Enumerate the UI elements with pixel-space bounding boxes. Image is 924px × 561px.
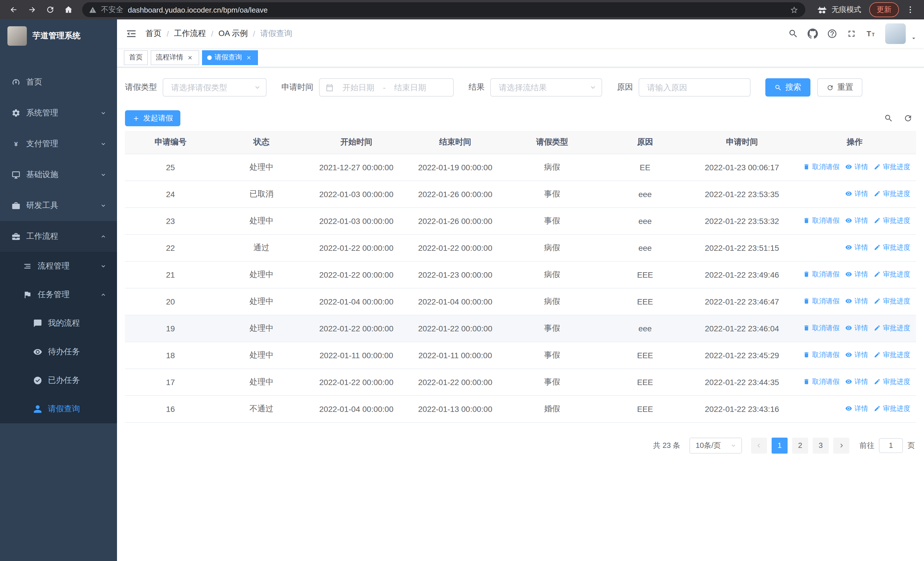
- approval-progress-link[interactable]: 审批进度: [874, 377, 910, 387]
- tab-process-detail[interactable]: 流程详情: [151, 50, 199, 65]
- page-button-1[interactable]: 1: [772, 437, 788, 453]
- sidebar-item-todo-tasks[interactable]: 待办任务: [0, 338, 117, 366]
- cancel-leave-link[interactable]: 取消请假: [803, 216, 840, 226]
- approval-progress-link[interactable]: 审批进度: [874, 350, 910, 360]
- font-size-button[interactable]: TT: [866, 29, 876, 39]
- approval-progress-link[interactable]: 审批进度: [874, 404, 910, 414]
- help-button[interactable]: [827, 29, 837, 39]
- detail-link[interactable]: 详情: [845, 216, 868, 226]
- approval-progress-link[interactable]: 审批进度: [874, 243, 910, 253]
- address-bar[interactable]: 不安全 dashboard.yudao.iocoder.cn/bpm/oa/le…: [82, 2, 805, 17]
- goto-suffix: 页: [908, 440, 915, 450]
- close-icon[interactable]: [186, 53, 194, 62]
- reason-input[interactable]: [646, 82, 743, 93]
- sidebar-toggle-button[interactable]: [117, 20, 146, 48]
- cancel-leave-link[interactable]: 取消请假: [803, 377, 840, 387]
- back-button[interactable]: [6, 2, 22, 17]
- user-avatar[interactable]: [885, 23, 906, 44]
- app-logo[interactable]: 芋道管理系统: [0, 20, 117, 52]
- detail-link[interactable]: 详情: [845, 270, 868, 279]
- apply-time-range-picker[interactable]: -: [319, 78, 454, 96]
- prev-page-button[interactable]: [751, 437, 767, 453]
- home-button[interactable]: [60, 2, 76, 17]
- table-row: 21处理中2022-01-22 00:00:002022-01-23 00:00…: [125, 261, 916, 288]
- sidebar-item-leave-query[interactable]: 请假查询: [0, 395, 117, 423]
- eye-icon: [845, 325, 852, 332]
- tab-leave-query[interactable]: 请假查询: [202, 50, 258, 65]
- detail-link[interactable]: 详情: [845, 162, 868, 172]
- forward-button[interactable]: [24, 2, 40, 17]
- create-leave-button[interactable]: 发起请假: [125, 110, 180, 126]
- approval-progress-link[interactable]: 审批进度: [874, 296, 910, 306]
- plus-icon: [132, 114, 140, 122]
- reload-button[interactable]: [42, 2, 58, 17]
- end-date-input[interactable]: [389, 82, 431, 93]
- approval-progress-link[interactable]: 审批进度: [874, 216, 910, 226]
- trash-icon: [803, 271, 810, 278]
- cell-apply-time: 2022-01-22 23:46:47: [691, 288, 793, 315]
- caret-down-icon[interactable]: [910, 35, 917, 42]
- result-select-input[interactable]: [498, 82, 585, 93]
- cell-apply-time: 2022-01-22 23:45:29: [691, 341, 793, 368]
- close-icon[interactable]: [245, 53, 253, 62]
- browser-menu-button[interactable]: [902, 2, 918, 17]
- detail-link[interactable]: 详情: [845, 243, 868, 253]
- page-button-2[interactable]: 2: [792, 437, 808, 453]
- detail-link[interactable]: 详情: [845, 189, 868, 199]
- cancel-leave-link[interactable]: 取消请假: [803, 296, 840, 306]
- filter-apply-time: 申请时间 -: [281, 78, 454, 96]
- cancel-leave-link[interactable]: 取消请假: [803, 270, 840, 279]
- breadcrumb-home[interactable]: 首页: [146, 29, 162, 39]
- approval-progress-link[interactable]: 审批进度: [874, 162, 910, 172]
- tab-home[interactable]: 首页: [124, 50, 148, 65]
- svg-text:T: T: [872, 32, 874, 37]
- sidebar-item-process-mgmt[interactable]: 流程管理: [0, 252, 117, 281]
- result-select[interactable]: [490, 78, 602, 96]
- bookmark-star-icon[interactable]: [790, 5, 798, 14]
- breadcrumb-oa-example[interactable]: OA 示例: [219, 29, 248, 39]
- trash-icon: [803, 217, 810, 224]
- reset-button[interactable]: 重置: [817, 78, 862, 96]
- sidebar-item-task-mgmt[interactable]: 任务管理: [0, 281, 117, 309]
- detail-link[interactable]: 详情: [845, 377, 868, 387]
- next-page-button[interactable]: [833, 437, 849, 453]
- update-button[interactable]: 更新: [869, 2, 899, 17]
- sidebar-item-devtools[interactable]: 研发工具: [0, 190, 117, 221]
- column-header-apply-id: 申请编号: [125, 131, 216, 154]
- table-refresh-button[interactable]: [903, 114, 913, 123]
- cancel-leave-link[interactable]: 取消请假: [803, 350, 840, 360]
- sidebar-item-home[interactable]: 首页: [0, 67, 117, 98]
- cancel-leave-link[interactable]: 取消请假: [803, 323, 840, 333]
- detail-link[interactable]: 详情: [845, 404, 868, 414]
- start-date-input[interactable]: [337, 82, 380, 93]
- sidebar-item-system[interactable]: 系统管理: [0, 98, 117, 129]
- column-header-status: 状态: [216, 131, 307, 154]
- sidebar-item-my-process[interactable]: 我的流程: [0, 309, 117, 338]
- leave-type-select-input[interactable]: [170, 82, 250, 93]
- table-search-toggle-button[interactable]: [884, 114, 893, 123]
- action-link-label: 审批进度: [883, 270, 910, 279]
- goto-page-input[interactable]: [879, 438, 903, 453]
- cell-id: 25: [125, 154, 216, 180]
- active-tab-dot: [207, 55, 212, 60]
- header-search-button[interactable]: [788, 29, 798, 39]
- approval-progress-link[interactable]: 审批进度: [874, 323, 910, 333]
- detail-link[interactable]: 详情: [845, 350, 868, 360]
- sidebar-item-infrastructure[interactable]: 基础设施: [0, 159, 117, 190]
- sidebar-item-workflow[interactable]: 工作流程: [0, 221, 117, 252]
- page-size-select[interactable]: 10条/页: [689, 437, 742, 453]
- detail-link[interactable]: 详情: [845, 323, 868, 333]
- detail-link[interactable]: 详情: [845, 296, 868, 306]
- search-button[interactable]: 搜索: [765, 78, 810, 96]
- cancel-leave-link[interactable]: 取消请假: [803, 162, 840, 172]
- leave-type-select[interactable]: [163, 78, 267, 96]
- github-button[interactable]: [808, 29, 818, 39]
- approval-progress-link[interactable]: 审批进度: [874, 189, 910, 199]
- approval-progress-link[interactable]: 审批进度: [874, 270, 910, 279]
- sidebar-item-payment[interactable]: ¥支付管理: [0, 129, 117, 159]
- sidebar-item-done-tasks[interactable]: 已办任务: [0, 366, 117, 395]
- breadcrumb-workflow[interactable]: 工作流程: [174, 29, 206, 39]
- page-button-3[interactable]: 3: [813, 437, 829, 453]
- fullscreen-button[interactable]: [846, 29, 856, 39]
- table-header-row: 申请编号 状态 开始时间 结束时间 请假类型 原因 申请时间 操作: [125, 131, 916, 154]
